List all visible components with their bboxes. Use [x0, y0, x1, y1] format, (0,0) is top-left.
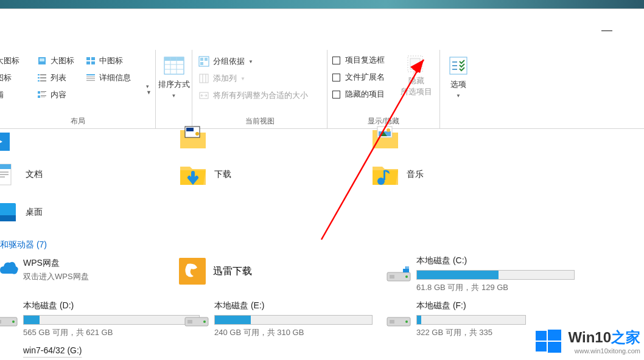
add-columns-icon	[198, 73, 209, 84]
svg-rect-26	[86, 57, 90, 60]
svg-rect-22	[41, 92, 45, 93]
view-extra-large-icons[interactable]: 大图标	[0, 52, 33, 69]
svg-rect-62	[0, 171, 9, 173]
details-icon	[86, 73, 96, 83]
section-drives-header[interactable]: 和驱动器 (7)	[0, 237, 53, 253]
label: 详细信息	[99, 72, 131, 83]
label: 大图标	[0, 55, 19, 66]
drive-f[interactable]: 本地磁盘 (F:) 322 GB 可用，共 335	[416, 300, 526, 338]
svg-point-58	[387, 128, 390, 132]
folder-desktop[interactable]: 桌面	[0, 199, 43, 225]
svg-rect-83	[390, 320, 394, 324]
view-small-icons[interactable]: 图标	[0, 69, 33, 86]
label: 中图标	[99, 55, 123, 66]
svg-point-81	[203, 320, 206, 323]
hide-icon	[404, 54, 429, 74]
svg-rect-30	[86, 74, 95, 75]
folder-music[interactable]: 音乐	[371, 162, 424, 187]
label: 本地磁盘 (E:)	[214, 300, 373, 311]
svg-rect-61	[0, 164, 11, 169]
view-tiles[interactable]: 铺	[0, 86, 33, 103]
folder-icon	[179, 125, 207, 151]
view-content[interactable]: 内容	[33, 86, 82, 103]
drive-e[interactable]: 本地磁盘 (E:) 240 GB 可用，共 310 GB	[214, 300, 373, 338]
svg-rect-75	[406, 266, 409, 269]
sort-by-button[interactable]: 排序方式 ▼	[156, 50, 192, 99]
svg-rect-23	[38, 95, 40, 98]
group-by-button[interactable]: 分组依据 ▼	[196, 54, 256, 69]
wps-netdisk-item[interactable]: WPS网盘 双击进入WPS网盘	[23, 258, 89, 282]
label: 桌面	[26, 207, 43, 218]
add-columns-button[interactable]: 添加列 ▼	[196, 71, 248, 86]
drive-icon	[386, 309, 411, 328]
svg-point-72	[405, 275, 408, 278]
label: 本地磁盘 (F:)	[416, 300, 526, 311]
documents-icon	[0, 162, 18, 187]
folder-item-partial[interactable]	[179, 125, 207, 151]
label: 音乐	[407, 169, 424, 180]
svg-rect-13	[40, 58, 44, 61]
hide-selected-button[interactable]: 隐藏 所选项目	[401, 54, 432, 97]
drive-c[interactable]: 本地磁盘 (C:) 61.8 GB 可用，共 129 GB	[416, 255, 575, 293]
xunlei-item[interactable]: 迅雷下载	[214, 258, 252, 285]
label: 隐藏	[408, 76, 424, 85]
list-icon	[37, 73, 47, 83]
brand: Win10	[569, 329, 611, 345]
minimize-button[interactable]: —	[594, 21, 620, 39]
checkbox-item-checkboxes[interactable]: 项目复选框	[332, 55, 385, 66]
view-details[interactable]: 详细信息	[82, 69, 143, 86]
drive-icon	[184, 309, 209, 328]
options-button[interactable]: 选项 ▼	[440, 50, 477, 99]
content-icon	[37, 90, 47, 100]
sublabel: 双击进入WPS网盘	[23, 271, 89, 282]
svg-rect-19	[40, 80, 46, 81]
size-columns-button[interactable]: 将所有列调整为合适的大小	[196, 88, 310, 103]
folder-videos-partial[interactable]	[0, 129, 16, 154]
ribbon-group-sort: 排序方式 ▼	[156, 50, 192, 128]
checkbox-file-extensions[interactable]: 文件扩展名	[332, 72, 385, 83]
svg-rect-20	[38, 91, 40, 94]
folder-item-partial2[interactable]	[371, 125, 399, 151]
group-label: 当前视图	[192, 116, 327, 126]
folder-downloads[interactable]: 下载	[179, 162, 231, 187]
capacity-fill	[215, 316, 251, 324]
svg-rect-18	[38, 80, 40, 81]
svg-rect-32	[86, 78, 95, 79]
ribbon-group-layout: 大图标 图标 铺 大图标 列表 内容 中图标 详细信息 ▾▼ 布局	[0, 50, 156, 128]
svg-point-84	[405, 320, 408, 323]
ribbon-group-options: 选项 ▼	[440, 50, 477, 128]
checkbox-icon	[332, 91, 340, 99]
downloads-icon	[179, 162, 207, 187]
layout-dropdown-icon[interactable]: ▾▼	[146, 83, 152, 95]
ribbon-group-show-hide: 项目复选框 文件扩展名 隐藏的项目 隐藏 所选项目 显示/隐藏	[327, 50, 440, 128]
folder-icon	[371, 125, 399, 151]
svg-rect-71	[390, 275, 394, 279]
svg-rect-64	[0, 176, 5, 178]
ribbon-group-current-view: 分组依据 ▼ 添加列 ▼ 将所有列调整为合适的大小 当前视图	[192, 50, 327, 128]
view-large-icons[interactable]: 大图标	[33, 52, 82, 69]
svg-rect-16	[38, 77, 40, 78]
capacity-bar	[416, 270, 575, 280]
capacity-text: 61.8 GB 可用，共 129 GB	[416, 282, 575, 293]
view-medium-icons[interactable]: 中图标	[82, 52, 143, 69]
svg-rect-69	[0, 215, 16, 221]
svg-point-55	[195, 132, 199, 136]
svg-rect-88	[536, 331, 547, 341]
svg-rect-25	[41, 97, 45, 97]
svg-point-78	[12, 320, 15, 323]
capacity-text: 565 GB 可用，共 621 GB	[23, 327, 200, 338]
checkbox-icon	[332, 57, 340, 64]
svg-rect-15	[40, 74, 46, 75]
svg-rect-33	[86, 80, 95, 81]
svg-rect-17	[40, 77, 46, 78]
music-icon	[371, 162, 399, 187]
checkbox-hidden-items[interactable]: 隐藏的项目	[332, 89, 385, 100]
svg-rect-35	[164, 57, 184, 61]
view-list[interactable]: 列表	[33, 69, 82, 86]
drive-g[interactable]: win7-64/32 (G:)	[23, 345, 200, 359]
drive-d[interactable]: 本地磁盘 (D:) 565 GB 可用，共 621 GB	[23, 300, 200, 338]
folder-documents[interactable]: 文档	[0, 162, 43, 187]
svg-rect-43	[200, 62, 203, 65]
sort-icon	[162, 54, 186, 78]
label: 图标	[0, 72, 12, 83]
